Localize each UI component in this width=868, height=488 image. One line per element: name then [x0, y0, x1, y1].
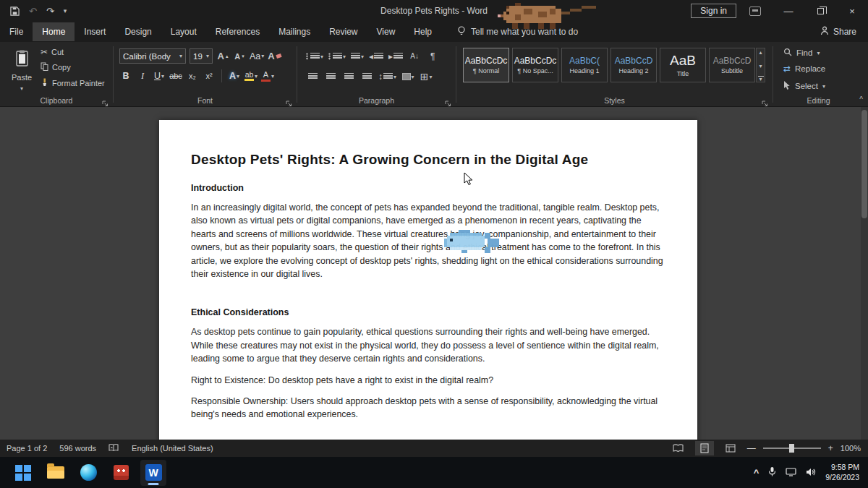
- microphone-icon[interactable]: [768, 466, 776, 479]
- desktop-pet-possum-sprite[interactable]: [498, 0, 596, 38]
- document-page[interactable]: Desktop Pets' Rights: A Growing Concern …: [159, 120, 697, 440]
- shading-button[interactable]: ▾: [401, 69, 414, 84]
- increase-indent-button[interactable]: ▸: [388, 49, 403, 64]
- justify-button[interactable]: [360, 69, 373, 84]
- line-spacing-button[interactable]: ↕▾: [378, 69, 396, 84]
- tab-layout[interactable]: Layout: [161, 22, 206, 41]
- align-center-button[interactable]: [324, 69, 337, 84]
- bullets-dropdown-icon[interactable]: ▾: [320, 53, 323, 60]
- scrollbar-thumb[interactable]: [861, 110, 867, 218]
- cut-button[interactable]: ✂ Cut: [41, 48, 105, 56]
- font-size-dropdown-icon[interactable]: ▾: [206, 53, 209, 59]
- redo-icon[interactable]: ↷: [46, 7, 54, 16]
- tab-help[interactable]: Help: [404, 22, 441, 41]
- zoom-slider[interactable]: [763, 448, 821, 449]
- style-heading-2[interactable]: AaBbCcD Heading 2: [610, 48, 657, 82]
- tab-file[interactable]: File: [0, 22, 33, 41]
- font-color-button[interactable]: A▾: [261, 69, 274, 83]
- replace-button[interactable]: ⇄ Replace: [783, 64, 825, 73]
- ribbon-display-options-icon[interactable]: [749, 7, 761, 16]
- italic-button[interactable]: I: [136, 69, 149, 83]
- paragraph-dialog-launcher-icon[interactable]: [445, 97, 452, 104]
- style-subtitle[interactable]: AaBbCcD Subtitle: [709, 48, 755, 82]
- zoom-slider-thumb[interactable]: [789, 444, 794, 453]
- close-button[interactable]: ×: [836, 0, 868, 22]
- borders-dropdown-icon[interactable]: ▾: [429, 74, 432, 80]
- text-effects-button[interactable]: A▾: [228, 69, 241, 83]
- proofing-icon[interactable]: [109, 443, 119, 454]
- paste-button[interactable]: Paste ▾: [7, 47, 36, 95]
- web-layout-button[interactable]: [721, 441, 740, 455]
- subscript-button[interactable]: x₂: [186, 69, 199, 83]
- undo-icon[interactable]: ↶: [29, 7, 37, 16]
- font-dialog-launcher-icon[interactable]: [286, 97, 293, 104]
- paste-dropdown-icon[interactable]: ▾: [20, 85, 23, 92]
- share-button[interactable]: Share: [820, 26, 856, 38]
- style-heading-1[interactable]: AaBbC( Heading 1: [561, 48, 608, 82]
- zoom-out-button[interactable]: —: [747, 443, 756, 453]
- show-formatting-marks-button[interactable]: ¶: [426, 49, 439, 64]
- font-size-combobox[interactable]: 19 ▾: [190, 48, 213, 64]
- numbering-button[interactable]: ▾: [328, 49, 346, 64]
- tab-home[interactable]: Home: [33, 22, 75, 41]
- change-case-button[interactable]: Aa▾: [250, 49, 264, 64]
- style-title[interactable]: AaB Title: [660, 48, 706, 82]
- display-cast-icon[interactable]: [786, 466, 796, 479]
- vertical-scrollbar[interactable]: [861, 107, 868, 440]
- superscript-button[interactable]: x²: [203, 69, 216, 83]
- page-indicator[interactable]: Page 1 of 2: [7, 444, 47, 453]
- borders-button[interactable]: ⊞▾: [420, 69, 433, 84]
- desktop-pets-app-button[interactable]: [108, 460, 134, 486]
- bullets-button[interactable]: ▾: [306, 49, 323, 64]
- clipboard-dialog-launcher-icon[interactable]: [102, 97, 109, 104]
- decrease-indent-button[interactable]: ◂: [369, 49, 383, 64]
- tab-review[interactable]: Review: [320, 22, 367, 41]
- align-right-button[interactable]: [342, 69, 355, 84]
- select-button[interactable]: Select ▾: [783, 81, 825, 91]
- style-normal[interactable]: AaBbCcDc ¶ Normal: [463, 48, 509, 82]
- sign-in-button[interactable]: Sign in: [691, 4, 736, 18]
- select-dropdown-icon[interactable]: ▾: [822, 83, 825, 90]
- save-icon[interactable]: [10, 7, 20, 16]
- tab-mailings[interactable]: Mailings: [269, 22, 320, 41]
- sort-button[interactable]: A↓: [408, 49, 421, 64]
- find-dropdown-icon[interactable]: ▾: [817, 50, 820, 56]
- font-name-combobox[interactable]: Calibri (Body ▾: [119, 48, 186, 64]
- speaker-icon[interactable]: [806, 466, 816, 479]
- multilevel-dropdown-icon[interactable]: ▾: [361, 53, 364, 60]
- bold-button[interactable]: B: [119, 69, 132, 83]
- shading-dropdown-icon[interactable]: ▾: [412, 74, 414, 80]
- styles-scroll-up-icon[interactable]: ▴: [759, 49, 762, 56]
- restore-button[interactable]: [804, 0, 836, 22]
- tab-view[interactable]: View: [367, 22, 405, 41]
- highlight-dropdown-icon[interactable]: ▾: [255, 73, 258, 80]
- font-name-dropdown-icon[interactable]: ▾: [179, 53, 182, 59]
- align-left-button[interactable]: [306, 69, 319, 84]
- tab-design[interactable]: Design: [115, 22, 161, 41]
- minimize-button[interactable]: —: [773, 0, 804, 22]
- strikethrough-button[interactable]: abc: [169, 69, 182, 83]
- find-button[interactable]: Find ▾: [783, 48, 820, 58]
- underline-button[interactable]: U▾: [153, 69, 166, 83]
- tab-insert[interactable]: Insert: [75, 22, 115, 41]
- font-color-dropdown-icon[interactable]: ▾: [271, 73, 274, 80]
- word-count[interactable]: 596 words: [59, 444, 96, 453]
- line-spacing-dropdown-icon[interactable]: ▾: [393, 74, 396, 80]
- file-explorer-button[interactable]: [43, 460, 69, 486]
- copy-button[interactable]: Copy: [41, 62, 105, 72]
- language-indicator[interactable]: English (United States): [132, 444, 213, 453]
- underline-dropdown-icon[interactable]: ▾: [161, 73, 164, 80]
- tab-references[interactable]: References: [206, 22, 269, 41]
- word-taskbar-button[interactable]: W: [140, 460, 166, 486]
- numbering-dropdown-icon[interactable]: ▾: [343, 53, 346, 60]
- zoom-in-button[interactable]: +: [828, 443, 833, 453]
- desktop-pet-fish-sprite[interactable]: [441, 230, 505, 259]
- format-painter-button[interactable]: Format Painter: [41, 78, 105, 88]
- styles-scroll-down-icon[interactable]: ▾: [759, 63, 762, 69]
- highlight-button[interactable]: ab▾: [244, 69, 258, 83]
- clear-formatting-button[interactable]: A: [268, 49, 281, 64]
- edge-browser-button[interactable]: [75, 460, 101, 486]
- customize-qat-icon[interactable]: ▾: [64, 8, 67, 14]
- grow-font-button[interactable]: A▴: [216, 49, 229, 64]
- shrink-font-button[interactable]: A▾: [233, 49, 246, 64]
